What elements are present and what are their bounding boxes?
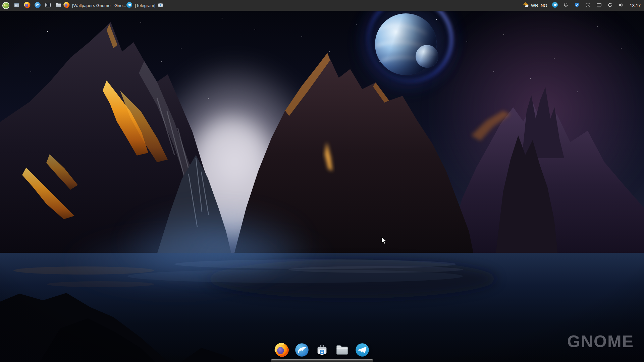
dock-telegram-button[interactable] <box>355 343 370 357</box>
screenshot-tool-button[interactable] <box>155 0 165 11</box>
clock-icon <box>585 2 591 9</box>
security-shield-button[interactable] <box>574 0 580 11</box>
shield-icon <box>574 2 580 9</box>
dock-thunderbird-button[interactable] <box>294 343 309 357</box>
firefox-icon <box>274 343 289 357</box>
clock-time[interactable]: 13:17 <box>629 0 641 11</box>
weather-applet[interactable]: WR: NO <box>523 0 547 11</box>
firefox-launcher-button[interactable] <box>22 0 32 11</box>
window-icon <box>13 2 20 9</box>
dock-strip <box>271 359 373 362</box>
update-icon <box>607 2 613 9</box>
gnome-watermark: GNOME <box>567 332 634 351</box>
volume-button[interactable] <box>618 0 625 11</box>
desktop-wallpaper <box>0 11 644 362</box>
telegram-tray-icon <box>552 2 558 9</box>
weather-icon <box>523 2 529 9</box>
terminal-icon <box>45 2 51 9</box>
volume-icon <box>618 2 624 9</box>
panel-launchers: lm <box>0 0 63 11</box>
window-title-telegram: [Telegram] <box>135 3 155 8</box>
window-title-wallpapers: [Wallpapers Gnome - Gno... <box>72 3 126 8</box>
thunderbird-icon <box>34 2 41 9</box>
window-button-telegram[interactable]: [Telegram] <box>126 0 155 11</box>
mint-menu-button[interactable]: lm <box>0 0 11 11</box>
screenshot-icon <box>157 2 164 9</box>
dock <box>271 343 373 357</box>
notifications-button[interactable] <box>562 0 569 11</box>
files-icon <box>335 343 350 357</box>
telegram-icon <box>126 2 132 9</box>
firefox-icon <box>63 2 70 9</box>
display-settings-button[interactable] <box>596 0 602 11</box>
show-desktop-button[interactable] <box>11 0 22 11</box>
mint-menu-icon: lm <box>2 2 9 9</box>
clock-applet-button[interactable] <box>585 0 591 11</box>
dock-software-installer-button[interactable] <box>315 343 329 357</box>
thunderbird-icon <box>294 343 309 357</box>
files-icon <box>55 2 62 9</box>
firefox-icon <box>24 2 31 9</box>
terminal-launcher-button[interactable] <box>43 0 53 11</box>
telegram-icon <box>355 343 370 357</box>
update-manager-button[interactable] <box>607 0 613 11</box>
dock-firefox-button[interactable] <box>274 343 289 357</box>
weather-status: WR: NO <box>531 3 547 8</box>
top-panel: lm [Wallpapers Gnome - Gno... [Telegram] <box>0 0 644 11</box>
display-icon <box>596 2 602 9</box>
software-installer-icon <box>315 343 329 357</box>
window-button-wallpapers[interactable]: [Wallpapers Gnome - Gno... <box>63 0 126 11</box>
telegram-tray-button[interactable] <box>551 0 558 11</box>
files-launcher-button[interactable] <box>53 0 63 11</box>
notification-bell-icon <box>563 2 569 9</box>
thunderbird-launcher-button[interactable] <box>32 0 43 11</box>
panel-indicators: WR: NO <box>523 0 644 11</box>
dock-files-button[interactable] <box>335 343 350 357</box>
